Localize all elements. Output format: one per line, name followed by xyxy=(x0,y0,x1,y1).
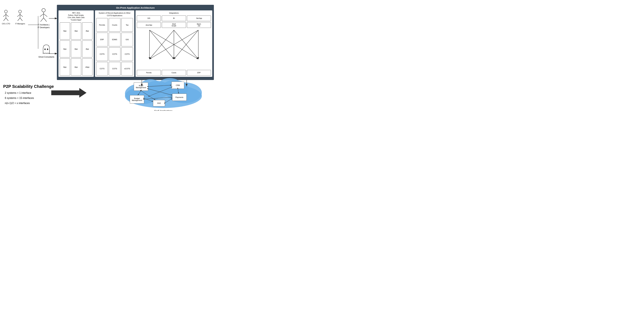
int-to-saas-arrow xyxy=(184,80,189,88)
svg-point-26 xyxy=(47,48,48,50)
svg-line-12 xyxy=(6,18,8,21)
p2p-item: 2 systems = 1 interface xyxy=(5,92,54,94)
app-grid: AppAppAppAppAppAppAppAppnApp xyxy=(60,22,92,76)
integrations-title: Integrations xyxy=(137,12,211,14)
sor-cell: COTS xyxy=(109,62,120,76)
saas-sso: SSO xyxy=(153,100,165,106)
it-managers-label: IT Managers xyxy=(15,23,25,25)
svg-line-10 xyxy=(6,14,9,17)
svg-point-7 xyxy=(4,10,7,13)
p2p-arrow xyxy=(51,88,86,98)
svg-marker-37 xyxy=(51,88,86,98)
integrations-row3: PermitsCourtsERP xyxy=(137,70,211,76)
int-cell: .Net App xyxy=(187,15,211,21)
sor-cell: nCOTS xyxy=(122,62,133,76)
svg-line-16 xyxy=(20,14,23,17)
integrations-row1: GISBI.Net App xyxy=(137,15,211,21)
app-cell: App xyxy=(71,22,81,39)
integrations-row2: Java AppShell ScripttBatch Job xyxy=(137,22,211,28)
svg-line-9 xyxy=(3,14,6,17)
cio-cto-label: CIO | CTO xyxy=(2,23,10,25)
sor-cell: COTS xyxy=(96,47,108,61)
svg-point-19 xyxy=(42,8,45,12)
svg-line-22 xyxy=(44,14,47,17)
sor-grid: PermitsCourtsTaxERPEDMSGISCOTSCOTSCOTSCO… xyxy=(96,18,133,76)
svg-line-11 xyxy=(4,18,6,21)
saas-label: SaaS Applications xyxy=(154,110,172,111)
p2p-items: 2 systems = 1 interface6 systems = 15 in… xyxy=(5,92,54,105)
p2p-title: P2P Scalability Challenge xyxy=(3,84,54,89)
sor-panel: System of Record Applications & Other CO… xyxy=(95,10,134,77)
saas-payments: Payments xyxy=(172,94,187,101)
app-cell: App xyxy=(71,58,81,76)
ghost-actor: Ghost Consultants xyxy=(38,43,54,58)
app-cell: App xyxy=(82,40,92,58)
sor-cell: GIS xyxy=(122,33,133,46)
custom-apps-title: .NET, Java, Python, Shell Scripts, Cron … xyxy=(60,12,92,21)
svg-point-13 xyxy=(18,10,22,13)
p2p-item: n(n-1)/2 = x interfaces xyxy=(5,102,54,105)
sor-cell: Courts xyxy=(109,18,120,32)
svg-line-17 xyxy=(18,18,20,21)
svg-line-23 xyxy=(40,18,44,22)
saas-crm: CRM xyxy=(172,82,184,89)
app-cell: App xyxy=(60,40,70,58)
cio-cto-actor: CIO | CTO xyxy=(2,9,10,25)
svg-line-18 xyxy=(20,18,22,21)
int-cell: ERP xyxy=(187,70,211,76)
int-cell: Permits xyxy=(137,70,161,76)
svg-point-25 xyxy=(44,48,46,50)
it-architects-label: IT Architects | IT Developers xyxy=(38,23,50,29)
sor-cell: Tax xyxy=(122,18,133,32)
int-cell: Batch Job xyxy=(187,22,211,28)
saas-budget-management: Budget Management xyxy=(130,95,144,104)
int-cell: BI xyxy=(162,15,186,21)
it-managers-actor: IT Managers xyxy=(15,9,25,25)
svg-line-21 xyxy=(40,14,44,17)
app-cell: App xyxy=(82,22,92,39)
app-cell: App xyxy=(71,40,81,58)
svg-line-15 xyxy=(17,14,20,17)
main-to-saas-arrow xyxy=(139,80,144,88)
svg-line-24 xyxy=(44,18,46,22)
int-cell: Java App xyxy=(137,22,161,28)
ghost-label: Ghost Consultants xyxy=(38,56,54,58)
int-cell: Shell Scriptt xyxy=(162,22,186,28)
app-cell: nApp xyxy=(82,58,92,76)
sor-title: System of Record Applications & Other CO… xyxy=(96,12,133,17)
sor-cell: EDMS xyxy=(109,33,120,46)
sor-cell: COTS xyxy=(122,47,133,61)
int-cell: GIS xyxy=(137,15,161,21)
it-architects-actor: IT Architects | IT Developers xyxy=(38,8,50,29)
int-cell: Courts xyxy=(162,70,186,76)
main-box-title: On-Prem Application Architecture xyxy=(58,6,212,9)
app-cell: App xyxy=(60,22,70,39)
p2p-section: P2P Scalability Challenge 2 systems = 1 … xyxy=(3,84,54,107)
sor-cell: Permits xyxy=(96,18,108,32)
app-cell: App xyxy=(60,58,70,76)
actor-group: CIO | CTO IT Managers xyxy=(2,9,25,25)
custom-apps-panel: .NET, Java, Python, Shell Scripts, Cron … xyxy=(58,10,94,77)
integrations-panel: Integrations GISBI.Net App Java AppShell… xyxy=(136,10,212,77)
sor-cell: COTS xyxy=(96,62,108,76)
sor-cell: COTS xyxy=(109,47,120,61)
saas-cloud: Asset Management CRM Budget Management P… xyxy=(122,78,205,111)
p2p-item: 6 systems = 15 interfaces xyxy=(5,97,54,100)
sor-cell: ERP xyxy=(96,33,108,46)
main-architecture-box: On-Prem Application Architecture .NET, J… xyxy=(57,5,214,80)
